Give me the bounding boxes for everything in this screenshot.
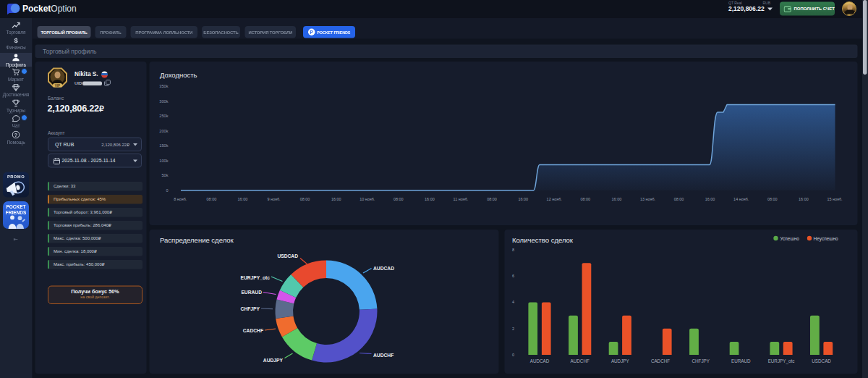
svg-text:50k: 50k (161, 173, 168, 177)
svg-text:16:00: 16:00 (799, 197, 809, 201)
svg-text:AUDCAD: AUDCAD (373, 266, 394, 271)
svg-text:AUDCHF: AUDCHF (571, 358, 590, 364)
svg-text:Количество сделок: Количество сделок (512, 236, 574, 244)
svg-text:11 нояб.: 11 нояб. (454, 197, 469, 201)
svg-text:AUDCAD: AUDCAD (530, 358, 550, 364)
svg-text:EURAUD: EURAUD (241, 290, 262, 295)
svg-text:300k: 300k (159, 99, 168, 104)
svg-text:16:00: 16:00 (238, 197, 248, 201)
svg-text:CHFJPY: CHFJPY (241, 306, 260, 311)
svg-text:$: $ (14, 37, 18, 44)
svg-text:USDCAD: USDCAD (277, 253, 298, 259)
svg-text:2: 2 (512, 327, 514, 331)
svg-text:8 нояб.: 8 нояб. (174, 197, 187, 201)
svg-text:EURJPY_otc: EURJPY_otc (768, 358, 795, 364)
svg-text:AUDJPY: AUDJPY (263, 358, 284, 363)
svg-text:100k: 100k (159, 159, 168, 163)
svg-text:?: ? (14, 133, 17, 138)
svg-text:13 нояб.: 13 нояб. (640, 197, 656, 201)
svg-text:08:00: 08:00 (207, 197, 217, 201)
svg-text:EURJPY_otc: EURJPY_otc (240, 275, 270, 280)
svg-text:150k: 150k (159, 143, 168, 148)
svg-text:4: 4 (512, 300, 514, 304)
svg-text:14 нояб.: 14 нояб. (733, 197, 749, 201)
svg-text:08:00: 08:00 (580, 197, 590, 201)
svg-text:9 нояб.: 9 нояб. (267, 197, 281, 201)
svg-text:16:00: 16:00 (612, 197, 622, 201)
svg-text:CHFJPY: CHFJPY (692, 358, 710, 364)
svg-text:0: 0 (166, 188, 168, 193)
svg-text:200k: 200k (159, 129, 168, 133)
svg-text:Распределение сделок: Распределение сделок (160, 236, 234, 244)
svg-text:08:00: 08:00 (674, 197, 684, 201)
svg-text:CADCHF: CADCHF (651, 358, 670, 364)
svg-text:AUDCHF: AUDCHF (373, 353, 393, 358)
svg-text:16:00: 16:00 (425, 197, 435, 201)
svg-text:VIP: VIP (55, 84, 60, 88)
svg-text:Доходность: Доходность (160, 71, 197, 79)
svg-text:USDCAD: USDCAD (812, 358, 831, 364)
svg-text:Успешно: Успешно (780, 236, 799, 241)
svg-text:0: 0 (512, 353, 514, 357)
svg-text:12 нояб.: 12 нояб. (547, 197, 563, 201)
svg-text:08:00: 08:00 (487, 197, 497, 201)
svg-text:250k: 250k (159, 114, 168, 118)
svg-text:08:00: 08:00 (767, 197, 778, 201)
svg-text:Неуспешно: Неуспешно (814, 236, 839, 242)
svg-text:16:00: 16:00 (518, 197, 528, 201)
svg-text:10 нояб.: 10 нояб. (359, 197, 375, 201)
svg-text:16:00: 16:00 (705, 197, 715, 201)
svg-text:350k: 350k (159, 84, 168, 88)
svg-text:08:00: 08:00 (300, 197, 310, 201)
svg-text:EURAUD: EURAUD (731, 358, 751, 364)
svg-text:08:00: 08:00 (393, 197, 404, 201)
svg-text:16:00: 16:00 (331, 197, 341, 201)
svg-text:8: 8 (512, 248, 514, 252)
svg-text:CADCHF: CADCHF (243, 328, 263, 333)
svg-text:6: 6 (512, 274, 514, 278)
svg-text:15 нояб.: 15 нояб. (827, 197, 843, 201)
svg-text:AUDJPY: AUDJPY (611, 358, 630, 364)
